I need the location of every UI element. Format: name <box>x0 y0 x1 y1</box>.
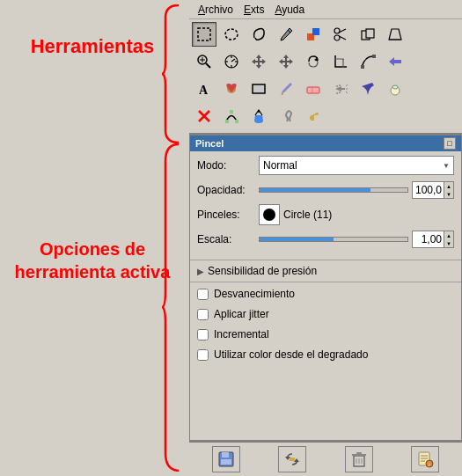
tool-scissors[interactable] <box>328 22 353 47</box>
svg-text:A: A <box>199 84 209 97</box>
chevron-down-icon: ▼ <box>443 162 450 170</box>
herramientas-label: Herramientas <box>9 35 176 58</box>
tool-move[interactable] <box>246 49 271 74</box>
tool-rect[interactable] <box>246 77 271 101</box>
options-brace <box>161 143 183 472</box>
tool-foreground[interactable] <box>383 77 407 101</box>
modo-control: Normal ▼ <box>259 156 454 175</box>
escala-spin-down-icon[interactable]: ▼ <box>444 239 453 247</box>
tool-ink[interactable] <box>356 77 380 101</box>
tool-measure[interactable] <box>219 49 244 74</box>
spin-up-icon[interactable]: ▲ <box>444 182 453 190</box>
tool-back[interactable] <box>383 49 407 74</box>
ink-icon <box>360 81 376 97</box>
escala-control: 1,00 ▲ ▼ <box>259 231 454 248</box>
opacidad-spin-arrows[interactable]: ▲ ▼ <box>444 181 454 199</box>
tool-ellipse-select[interactable] <box>219 22 244 47</box>
spin-down-icon[interactable]: ▼ <box>444 190 453 198</box>
tool-pencil[interactable] <box>274 22 298 47</box>
tool-rect-select[interactable] <box>192 22 216 47</box>
delete-button[interactable] <box>345 446 373 472</box>
opacidad-label: Opacidad: <box>197 184 259 196</box>
modo-label: Modo: <box>197 159 259 172</box>
tool-smudge[interactable] <box>274 104 298 128</box>
pencil-icon <box>278 26 294 42</box>
degradado-label: Utilizar color desde el degradado <box>214 348 368 361</box>
tool-heal[interactable] <box>219 77 244 101</box>
menu-archivo[interactable]: Archivo <box>193 3 238 17</box>
incremental-checkbox[interactable] <box>197 329 209 341</box>
pressure-header[interactable]: ▶ Sensibilidad de presión <box>197 263 454 279</box>
menu-exts-label: Exts <box>244 4 264 16</box>
tool-crop[interactable] <box>328 49 353 74</box>
opacidad-value: 100,0 <box>412 181 444 199</box>
heal-icon <box>224 81 239 97</box>
svg-rect-31 <box>253 84 265 93</box>
smudge-icon <box>278 108 294 124</box>
escala-spin-arrows[interactable]: ▲ ▼ <box>444 231 454 248</box>
brush-circle-icon <box>263 209 275 221</box>
svg-rect-54 <box>290 458 295 461</box>
pinceles-row: Pinceles: Circle (11) <box>197 204 454 225</box>
escala-value: 1,00 <box>412 231 444 248</box>
ellipse-select-icon <box>224 26 239 42</box>
svg-marker-25 <box>314 57 318 62</box>
tool-warp[interactable] <box>356 49 380 74</box>
perspective-icon <box>387 26 403 42</box>
menu-exts[interactable]: Exts <box>238 3 269 17</box>
jitter-checkbox[interactable] <box>197 309 209 320</box>
tool-eraser[interactable] <box>301 77 326 101</box>
opacidad-row: Opacidad: 100,0 ▲ ▼ <box>197 179 454 201</box>
text-icon: A <box>196 81 212 97</box>
tool-color-picker[interactable] <box>301 22 326 47</box>
tool-airbrush[interactable] <box>328 77 353 101</box>
modo-dropdown[interactable]: Normal ▼ <box>259 156 454 175</box>
escala-slider[interactable] <box>259 237 408 242</box>
brush-preview[interactable] <box>259 204 280 225</box>
svg-marker-29 <box>389 57 401 66</box>
tool-zoom[interactable] <box>192 49 216 74</box>
checkbox-row-desvanecimiento: Desvanecimiento <box>197 285 454 303</box>
svg-point-42 <box>392 85 398 89</box>
tool-bucket[interactable] <box>246 104 271 128</box>
opacidad-slider[interactable] <box>259 187 408 193</box>
script-button[interactable]: ♪ <box>411 446 439 472</box>
desvanecimiento-checkbox[interactable] <box>197 289 209 300</box>
separator2 <box>190 282 461 282</box>
escala-spin-up-icon[interactable]: ▲ <box>444 231 453 239</box>
save-button[interactable] <box>212 446 240 472</box>
svg-rect-45 <box>225 120 229 123</box>
color-picker-icon <box>305 26 321 42</box>
panel-close-button[interactable]: □ <box>444 137 456 150</box>
restore-button[interactable] <box>278 446 306 472</box>
lasso-icon <box>251 26 267 42</box>
tool-path[interactable] <box>219 104 244 128</box>
svg-line-40 <box>346 92 348 93</box>
back-icon <box>387 54 403 70</box>
tool-lasso[interactable] <box>246 22 271 47</box>
rect-select-icon <box>196 26 212 42</box>
tool-clone[interactable] <box>356 22 380 47</box>
tool-dodge[interactable] <box>301 104 326 128</box>
opciones-label: Opciones de herramienta activa <box>9 238 176 283</box>
foreground-icon <box>387 81 403 97</box>
tool-red-x[interactable] <box>192 104 216 128</box>
svg-rect-46 <box>235 120 238 123</box>
bucket-icon <box>251 108 267 124</box>
options-panel: Pincel □ Modo: Normal ▼ Opacidad: <box>189 135 462 441</box>
panel-title-bar: Pincel □ <box>190 135 461 151</box>
rotate-icon <box>305 54 321 70</box>
tool-brush[interactable] <box>274 77 298 101</box>
menu-ayuda[interactable]: Ayuda <box>269 3 310 17</box>
svg-line-21 <box>231 59 235 62</box>
tool-align[interactable] <box>274 49 298 74</box>
tool-text[interactable]: A <box>192 77 216 101</box>
brush-icon <box>278 81 294 97</box>
svg-rect-50 <box>222 452 229 458</box>
jitter-label: Aplicar jitter <box>214 308 269 320</box>
delete-icon <box>350 450 368 468</box>
tool-rotate[interactable] <box>301 49 326 74</box>
opacidad-spin: 100,0 ▲ ▼ <box>412 181 454 199</box>
degradado-checkbox[interactable] <box>197 349 209 361</box>
tool-perspective[interactable] <box>383 22 407 47</box>
